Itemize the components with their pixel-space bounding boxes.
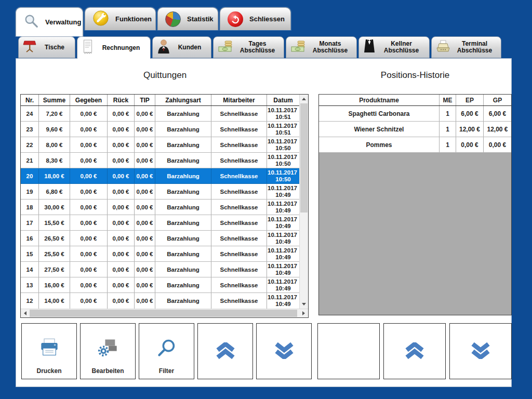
table-row[interactable]: 20 18,00 € 0,00 € 0,00 € 0,00 € Barzahlu… <box>21 168 299 184</box>
table-row[interactable]: 21 8,30 € 0,00 € 0,00 € 0,00 € Barzahlun… <box>21 153 299 168</box>
tab-label: Schliessen <box>249 15 285 23</box>
table-row[interactable]: 19 6,80 € 0,00 € 0,00 € 0,00 € Barzahlun… <box>21 184 299 200</box>
table-icon <box>23 39 36 55</box>
column-header: ME <box>440 95 456 105</box>
tab-label: Funktionen <box>115 15 152 23</box>
positions-blank-button[interactable] <box>317 323 380 379</box>
receipts-table-header: Nr. Summe Gegeben Rück TIP Zahlungsart M… <box>21 95 299 106</box>
scrollbar-left-arrow-icon[interactable] <box>21 309 30 317</box>
table-row[interactable]: 23 9,60 € 0,00 € 0,00 € 0,00 € Barzahlun… <box>21 122 299 137</box>
print-button[interactable]: Drucken <box>21 323 77 379</box>
table-row[interactable]: 17 15,50 € 0,00 € 0,00 € 0,00 € Barzahlu… <box>21 215 299 231</box>
receipts-table: Nr. Summe Gegeben Rück TIP Zahlungsart M… <box>20 94 309 318</box>
column-header: TIP <box>135 95 155 105</box>
filter-button[interactable]: Filter <box>139 323 194 379</box>
column-header: Summe <box>39 95 70 105</box>
vertical-scrollbar[interactable] <box>299 95 308 309</box>
main-panel: Quittungen Positions-Historie Nr. Summe … <box>16 58 512 387</box>
receipts-rows: 24 7,20 € 0,00 € 0,00 € 0,00 € Barzahlun… <box>21 106 299 309</box>
receipts-page-up-button[interactable] <box>197 323 253 379</box>
table-row[interactable]: Wiener Schnitzel 1 12,00 € 12,00 € <box>319 122 511 137</box>
table-row[interactable]: Pommes 1 0,00 € 0,00 € <box>319 137 511 153</box>
positions-title: Positions-Historie <box>318 70 512 81</box>
receipts-page-down-button[interactable] <box>256 323 312 379</box>
tab-terminal-abschluesse[interactable]: TerminalAbschlüsse <box>431 36 501 58</box>
column-header: Zahlungsart <box>155 95 211 105</box>
terminal-icon <box>436 39 450 55</box>
customer-icon <box>157 39 170 56</box>
tab-label: Kunden <box>170 44 209 51</box>
column-header: EP <box>456 95 484 105</box>
tab-kunden[interactable]: Kunden <box>152 36 211 58</box>
table-row[interactable]: 13 16,00 € 0,00 € 0,00 € 0,00 € Barzahlu… <box>21 277 299 293</box>
tab-statistik[interactable]: Statistik <box>157 7 218 30</box>
edit-button[interactable]: Bearbeiten <box>80 323 136 379</box>
table-row[interactable]: Spaghetti Carbonara 1 6,00 € 6,00 € <box>319 106 511 122</box>
receipt-icon <box>82 39 94 56</box>
tab-label: Statistik <box>187 15 214 23</box>
column-header: Rück <box>108 95 135 105</box>
receipts-title: Quittungen <box>20 70 310 81</box>
pie-chart-icon <box>165 11 181 27</box>
positions-page-up-button[interactable] <box>383 323 446 379</box>
wrench-icon <box>92 10 109 29</box>
table-row[interactable]: 14 27,50 € 0,00 € 0,00 € 0,00 € Barzahlu… <box>21 262 299 277</box>
column-header: Datum <box>267 95 299 105</box>
tab-tische[interactable]: Tische <box>18 36 75 58</box>
chevrons-up-icon <box>198 342 252 359</box>
edit-icon <box>81 338 135 357</box>
power-icon <box>228 11 243 27</box>
tab-schliessen[interactable]: Schliessen <box>220 7 291 30</box>
tab-label: Verwaltung <box>45 18 81 26</box>
tab-label: Tische <box>36 44 73 51</box>
printer-icon <box>22 338 76 357</box>
scrollbar-down-arrow-icon[interactable] <box>300 300 308 309</box>
vertical-scrollbar-thumb[interactable] <box>300 103 308 212</box>
column-header: GP <box>484 95 511 105</box>
positions-page-down-button[interactable] <box>449 323 512 379</box>
column-header: Mitarbeiter <box>211 95 267 105</box>
tab-monats-abschluesse[interactable]: MonatsAbschlüsse <box>286 36 357 58</box>
tab-tages-abschluesse[interactable]: TagesAbschlüsse <box>213 36 284 58</box>
table-row[interactable]: 16 26,50 € 0,00 € 0,00 € 0,00 € Barzahlu… <box>21 231 299 246</box>
column-header: Gegeben <box>70 95 108 105</box>
scrollbar-up-arrow-icon[interactable] <box>300 95 308 103</box>
tab-verwaltung[interactable]: Verwaltung <box>16 7 83 36</box>
positions-table-header: Produktname ME EP GP <box>319 95 511 106</box>
positions-empty-area <box>319 153 511 315</box>
chevrons-down-icon <box>450 342 511 359</box>
scrollbar-right-arrow-icon[interactable] <box>299 309 308 317</box>
magnifier-icon <box>23 14 39 31</box>
table-row[interactable]: 18 30,00 € 0,00 € 0,00 € 0,00 € Barzahlu… <box>21 200 299 215</box>
search-icon <box>139 338 194 358</box>
chevrons-up-icon <box>384 342 445 359</box>
cash-icon <box>218 39 233 55</box>
positions-table: Produktname ME EP GP Spaghetti Carbonara… <box>318 94 512 315</box>
horizontal-scrollbar-thumb[interactable] <box>30 310 297 317</box>
chevrons-down-icon <box>257 342 311 359</box>
horizontal-scrollbar[interactable] <box>21 309 308 317</box>
table-row[interactable]: 24 7,20 € 0,00 € 0,00 € 0,00 € Barzahlun… <box>21 106 299 122</box>
positions-rows: Spaghetti Carbonara 1 6,00 € 6,00 € Wien… <box>319 106 511 153</box>
column-header: Produktname <box>319 95 440 105</box>
tab-rechnungen[interactable]: Rechnungen <box>77 36 151 59</box>
tab-kellner-abschluesse[interactable]: KellnerAbschlüsse <box>358 36 430 58</box>
table-row[interactable]: 15 25,50 € 0,00 € 0,00 € 0,00 € Barzahlu… <box>21 246 299 262</box>
tab-label: Rechnungen <box>94 45 148 51</box>
cash-icon <box>290 39 306 55</box>
tab-funktionen[interactable]: Funktionen <box>85 7 156 30</box>
column-header: Nr. <box>21 95 39 105</box>
table-row[interactable]: 12 14,00 € 0,00 € 0,00 € 0,00 € Barzahlu… <box>21 293 299 309</box>
table-row[interactable]: 22 8,00 € 0,00 € 0,00 € 0,00 € Barzahlun… <box>21 137 299 153</box>
waiter-icon <box>363 39 376 56</box>
